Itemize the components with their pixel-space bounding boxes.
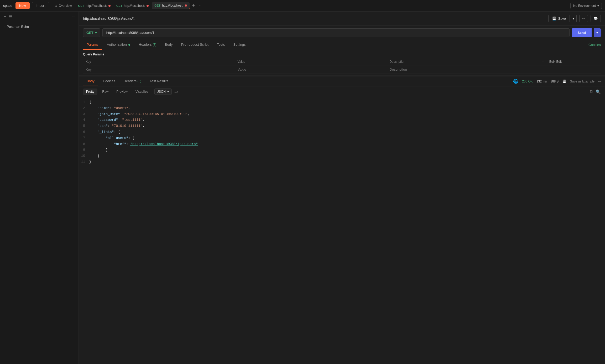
tab2-method: GET [116,4,122,7]
new-tab-button[interactable]: + [190,3,197,8]
environment-selector[interactable]: No Environment ▾ [570,3,602,9]
status-badge: 200 OK [522,80,533,83]
edit-icon: ✏ [582,17,585,20]
code-line-1: 1 { [79,99,605,105]
tab-request-2[interactable]: GET http://localhost: [114,3,151,9]
format-right-controls: ⧉ 🔍 [590,89,601,94]
tab1-url: http://localhost: [86,4,107,8]
add-collection-icon[interactable]: + [4,14,6,19]
filter-icon[interactable]: ☰ [9,14,12,19]
code-line-5: 5 "ssn": "701010-111111", [79,123,605,129]
tab-settings[interactable]: Settings [230,40,249,50]
value-input[interactable] [238,67,384,71]
col-desc-header: Description [387,58,539,65]
tab-body[interactable]: Body [161,40,176,50]
query-params-label: Query Params [83,53,601,56]
tabs-bar: ⊙ Overview GET http://localhost: GET htt… [51,2,568,9]
globe-icon: 🌐 [513,79,518,84]
copy-icon[interactable]: ⧉ [590,89,593,94]
filter-icon[interactable]: ⇌ [174,89,178,94]
json-format-selector[interactable]: JSON ▾ [154,89,172,95]
save-label: Save [558,17,566,20]
code-line-10: 10 } [79,153,605,159]
main-layout: + ☰ ··· › Postman Echo http://localhost:… [0,12,605,364]
response-more-button[interactable]: ··· [598,80,601,83]
save-button[interactable]: 💾 Save [548,15,570,22]
save-group: 💾 Save ▾ [548,15,577,22]
key-input[interactable] [86,67,232,71]
method-dropdown[interactable]: GET ▾ [83,28,100,37]
env-chevron-icon: ▾ [597,4,599,8]
send-dropdown-button[interactable]: ▾ [594,28,601,37]
fmt-tab-pretty[interactable]: Pretty [83,89,97,95]
resp-tab-headers[interactable]: Headers (5) [120,76,145,86]
json-label: JSON [157,90,166,93]
import-button[interactable]: Import [32,2,49,9]
bulk-edit-button[interactable]: Bulk Edit [549,60,562,64]
workspace-label: space [3,4,12,8]
search-icon[interactable]: 🔍 [596,89,601,94]
response-code-area[interactable]: 1 { 2 "name": "User1", 3 "join_Date": "2… [79,97,605,364]
response-time: 132 ms [536,80,547,83]
method-chevron-icon: ▾ [95,31,97,35]
edit-button[interactable]: ✏ [579,15,588,22]
request-tabs: Params Authorization Headers (7) Body Pr… [79,40,605,50]
sidebar: + ☰ ··· › Postman Echo [0,12,79,364]
sidebar-item-postman-echo[interactable]: › Postman Echo [0,22,79,31]
col-more-icon: ··· [541,60,544,64]
request-url-display: http://localhost:8088/jpa/users/1 [83,17,546,21]
send-button[interactable]: Send [572,28,592,37]
tab-params[interactable]: Params [83,40,102,50]
response-tabs: Body Cookies Headers (5) Test Results 🌐 … [79,76,605,86]
comment-button[interactable]: 💬 [591,15,601,22]
tab-request-1[interactable]: GET http://localhost: [76,3,113,9]
sidebar-header: + ☰ ··· [0,12,79,22]
collection-name: Postman Echo [7,25,29,29]
desc-input[interactable] [389,67,536,71]
tab-pre-request-script[interactable]: Pre-request Script [177,40,212,50]
code-line-8: 8 "href": "http://localhost:8088/jpa/use… [79,141,605,147]
fmt-tab-visualize[interactable]: Visualize [132,89,151,95]
code-line-6: 6 "_links": { [79,129,605,135]
cookies-link[interactable]: Cookies [588,43,601,47]
save-icon: 💾 [552,17,556,20]
resp-tab-body[interactable]: Body [83,76,98,86]
tab-request-3[interactable]: GET http://localhost: [152,2,189,9]
env-label: No Environment [573,4,596,8]
sidebar-more-button[interactable]: ··· [72,15,75,19]
new-button[interactable]: New [15,2,30,9]
resp-tab-test-results[interactable]: Test Results [146,76,172,86]
save-dropdown-button[interactable]: ▾ [570,15,577,22]
save-icon-resp: 💾 [562,80,566,83]
params-section: Query Params Key Value Description ··· B… [79,50,605,75]
code-line-2: 2 "name": "User1", [79,105,605,111]
method-label: GET [86,31,93,35]
code-line-11: 11 } [79,159,605,165]
fmt-tab-preview[interactable]: Preview [113,89,131,95]
auth-active-dot [128,44,130,46]
params-table: Key Value Description ··· Bulk Edit [83,58,601,74]
json-chevron-icon: ▾ [167,90,169,93]
response-format-bar: Pretty Raw Preview Visualize JSON ▾ ⇌ ⧉ … [79,86,605,97]
tab2-status-dot [147,5,149,7]
tab-overview[interactable]: ⊙ Overview [51,3,75,9]
tab2-url: http://localhost: [124,4,145,8]
tab3-status-dot [185,4,187,7]
response-size: 388 B [550,80,559,83]
request-url-bar: http://localhost:8088/jpa/users/1 💾 Save… [79,12,605,26]
request-input-row: GET ▾ Send ▾ [79,26,605,40]
tabs-more-button[interactable]: ··· [197,3,204,8]
fmt-tab-raw[interactable]: Raw [99,89,112,95]
save-as-example-button[interactable]: Save as Example [570,80,594,83]
tab-authorization[interactable]: Authorization [103,40,134,50]
top-bar: space New Import ⊙ Overview GET http://l… [0,0,605,12]
tab-headers[interactable]: Headers (7) [135,40,160,50]
resp-headers-badge: (5) [137,79,141,83]
url-input[interactable] [102,28,570,37]
resp-tab-cookies[interactable]: Cookies [99,76,119,86]
tab-tests[interactable]: Tests [213,40,228,50]
response-meta: 🌐 200 OK 132 ms 388 B 💾 Save as Example … [513,79,601,84]
response-area: Body Cookies Headers (5) Test Results 🌐 … [79,76,605,364]
headers-badge: (7) [153,43,157,46]
sidebar-controls: + ☰ [4,14,12,19]
